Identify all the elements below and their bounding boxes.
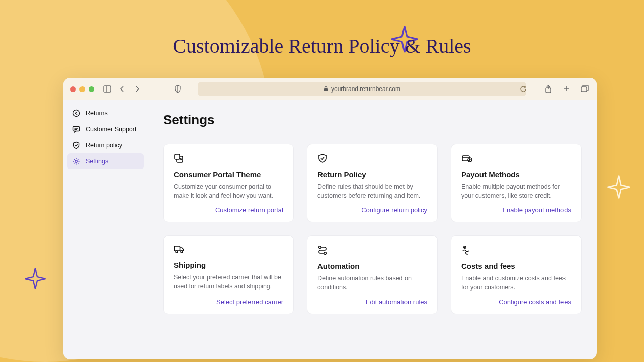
sidebar-item-label: Return policy [86, 142, 122, 149]
card-action-link[interactable]: Edit automation rules [317, 298, 427, 306]
card-title: Return Policy [317, 170, 427, 179]
automation-icon [317, 245, 427, 257]
shield-icon [72, 141, 80, 149]
svg-rect-0 [104, 86, 111, 92]
lock-icon [324, 86, 328, 93]
svg-rect-19 [175, 246, 180, 251]
back-icon[interactable] [117, 85, 127, 93]
card-shipping: Shipping Select your prefered carrier th… [163, 235, 294, 314]
returns-icon [72, 109, 80, 117]
card-title: Shipping [174, 261, 283, 269]
payout-icon [461, 153, 571, 165]
truck-icon [174, 245, 283, 256]
svg-point-23 [324, 252, 327, 255]
sidebar-item-returns[interactable]: Returns [67, 105, 144, 121]
palette-icon [174, 153, 283, 165]
card-action-link[interactable]: Enable payout methods [461, 206, 571, 214]
sidebar-toggle-icon[interactable] [102, 85, 112, 93]
tabs-icon[interactable] [580, 85, 590, 93]
svg-point-20 [176, 251, 178, 253]
card-action-link[interactable]: Select preferred carrier [174, 298, 283, 306]
refresh-icon[interactable] [518, 85, 528, 93]
shield-icon [317, 153, 427, 165]
page-title: Settings [163, 112, 582, 128]
card-desc: Define automation rules based on conditi… [317, 274, 427, 292]
maximize-dot[interactable] [89, 86, 94, 92]
sparkle-icon [24, 267, 46, 290]
card-automation: Automation Define automation rules based… [307, 235, 438, 314]
settings-cards: Consumer Portal Theme Customize your con… [163, 144, 582, 314]
card-title: Costs and fees [461, 262, 571, 270]
new-tab-icon[interactable] [561, 85, 572, 93]
svg-point-22 [319, 246, 321, 249]
browser-titlebar: yourbrand.returnbear.com [63, 78, 597, 100]
window-controls[interactable] [70, 86, 94, 92]
svg-rect-10 [73, 127, 80, 131]
fees-icon [461, 245, 571, 257]
card-action-link[interactable]: Configure costs and fees [461, 298, 571, 306]
card-title: Automation [317, 262, 427, 270]
main-content: Settings Consumer Portal Theme Customize… [148, 100, 597, 359]
card-return-policy: Return Policy Define rules that should b… [307, 144, 438, 222]
sidebar-item-label: Settings [86, 158, 108, 165]
card-desc: Define rules that should be met by custo… [317, 182, 427, 200]
svg-point-9 [73, 110, 80, 117]
shield-icon[interactable] [173, 85, 183, 93]
sidebar: Returns Customer Support Return policy S… [63, 100, 148, 359]
card-payout-methods: Payout Methods Enable multiple payout me… [451, 144, 582, 222]
page-headline: Customizable Return Policy & Rules [0, 34, 644, 58]
url-text: yourbrand.returnbear.com [331, 85, 400, 93]
minimize-dot[interactable] [79, 86, 85, 92]
address-bar[interactable]: yourbrand.returnbear.com [198, 82, 526, 96]
svg-rect-3 [324, 88, 328, 91]
sidebar-item-customer-support[interactable]: Customer Support [67, 121, 144, 137]
browser-window: yourbrand.returnbear.com Retu [63, 78, 597, 359]
svg-point-15 [180, 159, 182, 160]
chat-icon [72, 125, 80, 133]
card-desc: Enable multiple payout methods for your … [461, 182, 571, 200]
card-action-link[interactable]: Configure return policy [317, 206, 427, 214]
svg-point-13 [75, 160, 77, 162]
forward-icon[interactable] [132, 85, 142, 93]
card-consumer-portal-theme: Consumer Portal Theme Customize your con… [163, 144, 294, 222]
share-icon[interactable] [543, 85, 553, 93]
gear-icon [72, 157, 80, 165]
sidebar-item-label: Returns [86, 110, 108, 117]
card-desc: Customize your consumer portal to make i… [174, 182, 283, 200]
sidebar-item-return-policy[interactable]: Return policy [67, 137, 144, 153]
close-dot[interactable] [70, 86, 76, 92]
card-title: Payout Methods [461, 170, 571, 179]
card-desc: Enable and customize costs and fees for … [461, 274, 571, 292]
sidebar-item-label: Customer Support [86, 126, 136, 133]
svg-rect-14 [175, 154, 180, 159]
svg-point-21 [181, 251, 183, 253]
svg-rect-8 [581, 87, 587, 92]
card-costs-fees: Costs and fees Enable and customize cost… [451, 235, 582, 314]
sidebar-item-settings[interactable]: Settings [67, 153, 144, 169]
card-title: Consumer Portal Theme [174, 170, 283, 179]
card-action-link[interactable]: Customize return portal [174, 206, 283, 214]
card-desc: Select your prefered carrier that will b… [174, 273, 283, 292]
sparkle-icon [607, 175, 631, 199]
